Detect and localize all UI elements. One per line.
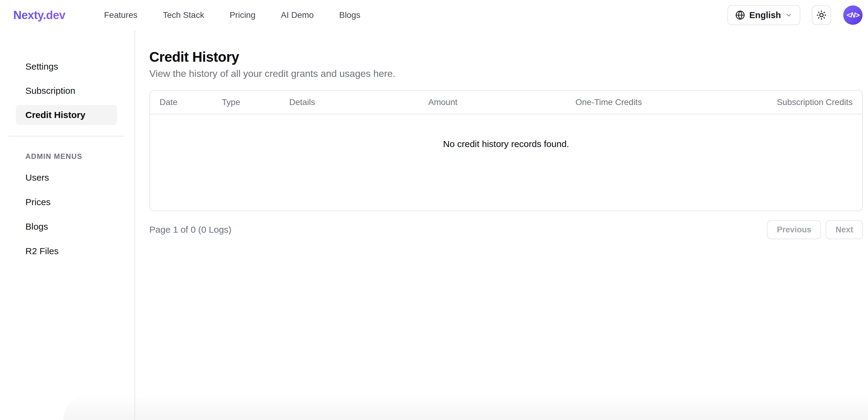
content-shell: Settings Subscription Credit History ADM…	[0, 30, 868, 420]
empty-state-message: No credit history records found.	[150, 114, 862, 174]
language-selector[interactable]: English	[727, 5, 800, 25]
nav-item-pricing[interactable]: Pricing	[230, 11, 256, 19]
sidebar-section-label: ADMIN MENUS	[25, 152, 117, 161]
page-title: Credit History	[149, 49, 863, 65]
top-nav: Features Tech Stack Pricing AI Demo Blog…	[104, 11, 360, 19]
nav-item-tech-stack[interactable]: Tech Stack	[163, 11, 204, 19]
sidebar-item-users[interactable]: Users	[16, 168, 117, 188]
sidebar-item-r2-files[interactable]: R2 Files	[16, 241, 117, 261]
credit-history-table: Date Type Details Amount One-Time Credit…	[149, 90, 863, 211]
brand-logo[interactable]: Nexty.dev	[13, 9, 65, 22]
top-bar: Nexty.dev Features Tech Stack Pricing AI…	[0, 0, 868, 30]
table-body: No credit history records found.	[150, 114, 862, 211]
sidebar-item-prices[interactable]: Prices	[16, 192, 117, 212]
app-root: Nexty.dev Features Tech Stack Pricing AI…	[0, 0, 868, 420]
pagination-bar: Page 1 of 0 (0 Logs) Previous Next	[149, 220, 863, 239]
column-header-details: Details	[289, 97, 428, 107]
table-header-row: Date Type Details Amount One-Time Credit…	[150, 91, 862, 114]
sidebar-divider	[8, 136, 124, 137]
column-header-date: Date	[160, 97, 222, 107]
sidebar-item-settings[interactable]: Settings	[16, 57, 117, 77]
next-page-button[interactable]: Next	[826, 220, 863, 239]
page-subtitle: View the history of all your credit gran…	[149, 67, 863, 80]
nav-item-features[interactable]: Features	[104, 11, 137, 19]
sidebar: Settings Subscription Credit History ADM…	[0, 30, 135, 420]
pagination-summary: Page 1 of 0 (0 Logs)	[149, 225, 231, 235]
column-header-subscription-credits: Subscription Credits	[723, 97, 852, 107]
sidebar-item-subscription[interactable]: Subscription	[16, 81, 117, 101]
sidebar-item-blogs[interactable]: Blogs	[16, 217, 117, 236]
theme-toggle-button[interactable]	[812, 5, 831, 25]
chevron-down-icon	[785, 11, 793, 19]
column-header-type: Type	[222, 97, 289, 107]
globe-icon	[735, 10, 745, 20]
sun-icon	[816, 10, 827, 20]
avatar-initials: <N>	[846, 11, 859, 19]
column-header-one-time-credits: One-Time Credits	[576, 97, 723, 107]
sidebar-item-credit-history[interactable]: Credit History	[16, 105, 117, 125]
nav-item-blogs[interactable]: Blogs	[339, 11, 360, 19]
column-header-amount: Amount	[428, 97, 576, 107]
main-content: Credit History View the history of all y…	[135, 30, 868, 420]
nav-item-ai-demo[interactable]: AI Demo	[281, 11, 314, 19]
user-avatar[interactable]: <N>	[843, 5, 863, 25]
pagination-buttons: Previous Next	[767, 220, 863, 239]
previous-page-button[interactable]: Previous	[767, 220, 821, 239]
language-label: English	[749, 10, 781, 20]
